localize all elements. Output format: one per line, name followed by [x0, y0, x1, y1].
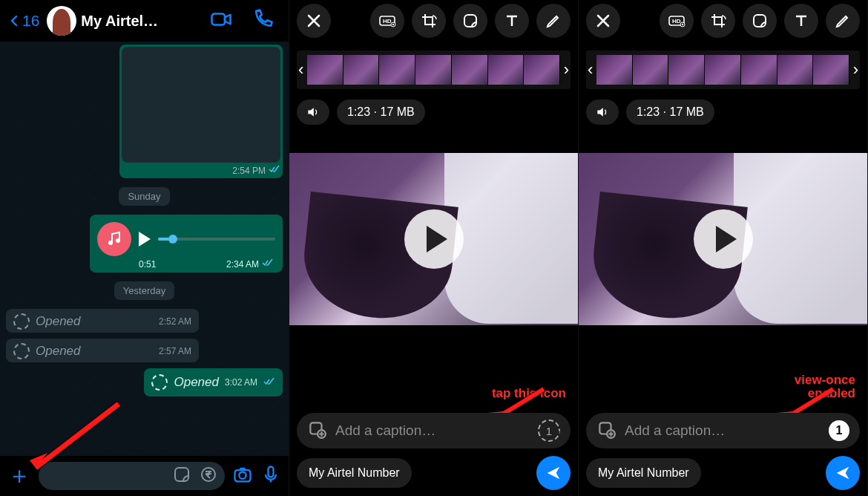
video-meta-pill: 1:23 · 17 MB: [626, 99, 714, 125]
close-button[interactable]: [297, 4, 331, 38]
audio-duration: 0:51: [139, 259, 156, 270]
text-button[interactable]: [495, 4, 529, 38]
video-frames: [596, 55, 849, 85]
caption-bar: Add a caption… 1: [586, 413, 860, 448]
view-once-icon: [151, 374, 168, 391]
svg-rect-3: [175, 468, 188, 481]
view-once-toggle-off[interactable]: 1: [538, 420, 560, 442]
message-time: 3:02 AM: [225, 377, 257, 388]
preview-figure: [444, 153, 578, 324]
camera-icon[interactable]: [232, 464, 253, 488]
view-once-opened-out[interactable]: Opened 3:02 AM: [144, 368, 283, 397]
svg-point-6: [239, 472, 246, 479]
chat-title[interactable]: My Airtel…: [81, 13, 206, 30]
image-message-out[interactable]: 2:54 PM: [119, 45, 283, 178]
view-once-opened-in[interactable]: Opened 2:57 AM: [6, 339, 199, 362]
send-button[interactable]: [826, 456, 860, 490]
svg-rect-0: [212, 14, 226, 25]
trim-right-handle[interactable]: ›: [853, 60, 858, 79]
back-button[interactable]: 16: [7, 10, 39, 31]
video-meta-pill: 1:23 · 17 MB: [337, 99, 425, 125]
video-trim-strip[interactable]: ‹ ›: [586, 50, 860, 89]
unread-count: 16: [22, 12, 39, 30]
recipient-chip[interactable]: My Airtel Number: [297, 458, 412, 488]
sticker-button[interactable]: [453, 4, 487, 38]
video-call-icon[interactable]: [210, 8, 232, 33]
view-once-icon: [13, 343, 30, 359]
play-button[interactable]: [694, 209, 753, 269]
trim-right-handle[interactable]: ›: [564, 60, 569, 79]
message-time: 2:57 AM: [159, 346, 191, 356]
view-once-opened-in[interactable]: Opened 2:52 AM: [6, 309, 199, 333]
svg-point-18: [682, 24, 683, 25]
message-time: 2:52 AM: [159, 316, 191, 327]
video-preview[interactable]: [579, 153, 867, 325]
send-button[interactable]: [536, 456, 571, 490]
video-preview[interactable]: [289, 153, 578, 325]
attach-plus-icon[interactable]: ＋: [7, 460, 31, 492]
trim-left-handle[interactable]: ‹: [298, 60, 303, 79]
caption-bar: Add a caption… 1: [297, 413, 571, 448]
svg-rect-19: [754, 15, 766, 27]
annotation-label: view-onceenabled: [795, 373, 855, 401]
audio-message-out[interactable]: 0:51 2:34 AM: [90, 215, 283, 273]
text-button[interactable]: [784, 4, 818, 38]
crop-rotate-button[interactable]: [412, 4, 446, 38]
media-editor-before: HD ‹ › 1:23 · 17 MB tap this icon: [289, 0, 579, 496]
draw-button[interactable]: [536, 4, 571, 38]
play-icon[interactable]: [139, 232, 151, 247]
draw-button[interactable]: [826, 4, 860, 38]
mute-toggle[interactable]: [297, 99, 329, 125]
add-media-icon[interactable]: [596, 420, 616, 442]
chat-body[interactable]: 2:54 PM Sunday 0:51: [0, 42, 289, 456]
sticker-button[interactable]: [743, 4, 777, 38]
svg-rect-7: [269, 467, 274, 477]
avatar[interactable]: [47, 6, 76, 36]
chat-screen: 16 My Airtel… 2:54 PM: [0, 0, 289, 496]
svg-point-2: [116, 238, 120, 243]
voice-call-icon[interactable]: [251, 8, 274, 33]
recipient-chip[interactable]: My Airtel Number: [586, 458, 701, 488]
video-trim-strip[interactable]: ‹ ›: [297, 50, 571, 89]
svg-rect-12: [464, 15, 476, 27]
audio-progress[interactable]: [158, 238, 275, 241]
opened-label: Opened: [36, 344, 153, 359]
read-ticks-icon: [269, 166, 280, 176]
date-separator: Sunday: [119, 187, 169, 206]
svg-point-1: [108, 241, 113, 245]
view-once-toggle-on[interactable]: 1: [829, 420, 849, 441]
editor-toolbar: HD: [289, 0, 578, 42]
chevron-left-icon: [7, 10, 21, 31]
svg-text:HD: HD: [383, 18, 392, 25]
video-frames: [307, 55, 560, 85]
date-separator: Yesterday: [114, 281, 174, 300]
chat-input-bar: ＋: [0, 456, 289, 496]
mic-icon[interactable]: [260, 464, 281, 488]
read-ticks-icon: [263, 376, 275, 389]
image-placeholder: [122, 47, 280, 163]
hd-quality-button[interactable]: HD: [370, 4, 404, 38]
editor-toolbar: HD: [579, 0, 867, 42]
media-editor-after: HD ‹ › 1:23 · 17 MB view-onceenabl: [579, 0, 868, 496]
crop-rotate-button[interactable]: [701, 4, 735, 38]
play-button[interactable]: [404, 209, 464, 269]
opened-label: Opened: [174, 375, 219, 390]
caption-input[interactable]: Add a caption…: [335, 422, 529, 439]
svg-point-11: [392, 24, 394, 25]
chat-header: 16 My Airtel…: [0, 0, 289, 42]
preview-figure: [734, 153, 867, 324]
music-note-icon: [97, 222, 131, 256]
close-button[interactable]: [586, 4, 620, 38]
rupee-icon[interactable]: [200, 466, 217, 486]
caption-input[interactable]: Add a caption…: [625, 422, 820, 439]
trim-left-handle[interactable]: ‹: [588, 60, 593, 79]
sticker-icon[interactable]: [173, 466, 191, 486]
message-time: 2:54 PM: [232, 166, 266, 176]
hd-quality-button[interactable]: HD: [660, 4, 694, 38]
message-input[interactable]: [39, 462, 225, 490]
read-ticks-icon: [262, 259, 274, 270]
mute-toggle[interactable]: [586, 99, 619, 125]
annotation-label: tap this icon: [492, 387, 566, 401]
opened-label: Opened: [36, 314, 153, 329]
add-media-icon[interactable]: [307, 420, 326, 442]
